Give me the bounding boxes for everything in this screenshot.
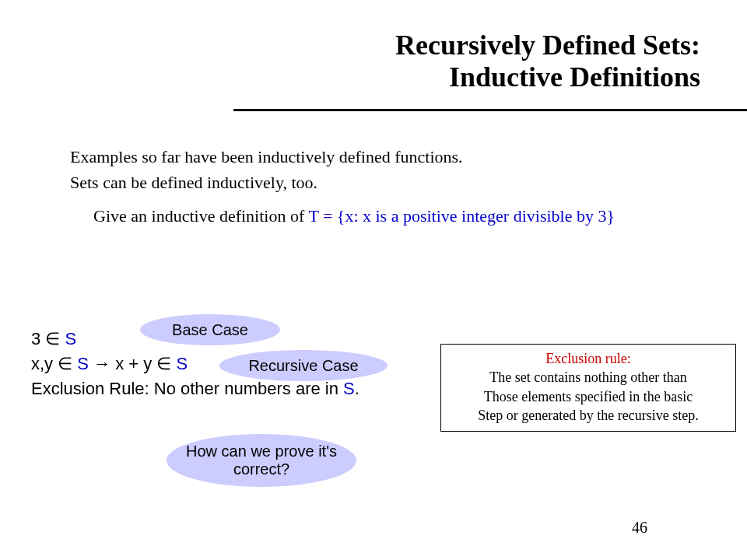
title-line-2: Inductive Definitions [449,61,700,93]
base-case-bubble: Base Case [140,314,280,345]
exclusion-box-line-2: Those elements specified in the basic [444,387,732,406]
title-divider [233,109,747,111]
set-definition: T = {x: x is a positive integer divisibl… [308,206,615,226]
intro-text: Examples so far have been inductively de… [70,144,708,195]
intro-line-2: Sets can be defined inductively, too. [70,170,708,195]
exclusion-box-line-1: The set contains nothing other than [444,368,732,387]
prove-bubble: How can we prove it's correct? [167,434,356,487]
prompt-lead: Give an inductive definition of [93,206,308,226]
slide-title-block: Recursively Defined Sets: Inductive Defi… [395,30,700,94]
intro-line-1: Examples so far have been inductively de… [70,144,708,170]
title-line-1: Recursively Defined Sets: [395,30,700,61]
exclusion-box-line-3: Step or generated by the recursive step. [444,406,732,425]
page-number: 46 [632,519,647,537]
exclusion-rule-box: Exclusion rule: The set contains nothing… [440,344,736,432]
prompt-line: Give an inductive definition of T = {x: … [93,206,716,226]
recursive-case-bubble: Recursive Case [219,350,388,381]
exclusion-box-title: Exclusion rule: [444,349,732,368]
